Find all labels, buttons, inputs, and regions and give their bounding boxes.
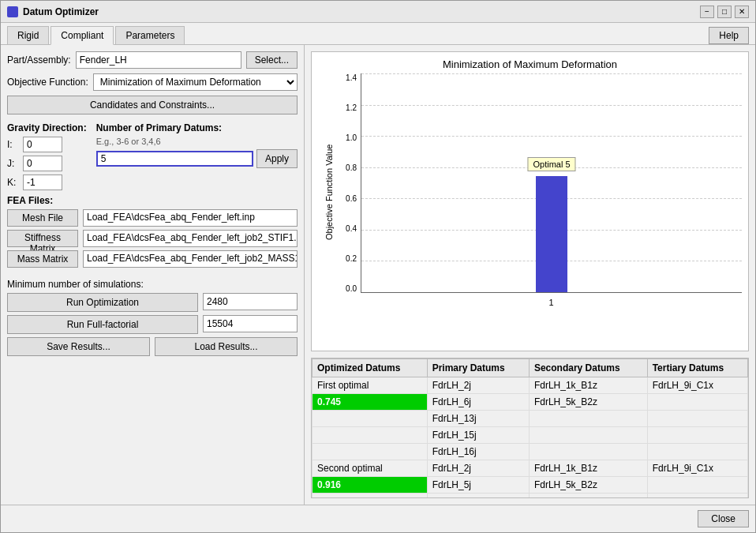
cell-optimized: 0.745 bbox=[313, 394, 428, 411]
run-optimization-button[interactable]: Run Optimization bbox=[7, 293, 198, 312]
col-tertiary: Tertiary Datums bbox=[647, 359, 747, 377]
gravity-j-label: J: bbox=[7, 158, 20, 169]
y-axis-labels: 1.4 1.2 1.0 0.8 0.6 0.4 0.2 0.0 bbox=[337, 73, 359, 293]
app-icon bbox=[7, 6, 18, 17]
chart-plot-area: Optimal 5 bbox=[361, 73, 742, 293]
gravity-k-label: K: bbox=[7, 177, 20, 188]
tab-compliant[interactable]: Compliant bbox=[51, 26, 114, 45]
x-axis-label: 1 bbox=[361, 298, 742, 307]
main-content: Part/Assembly: Select... Objective Funct… bbox=[1, 45, 755, 505]
y-tick-12: 1.2 bbox=[346, 103, 357, 112]
mesh-row: Mesh File Load_FEA\dcsFea_abq_Fender_lef… bbox=[7, 209, 298, 227]
primary-datums-input[interactable] bbox=[96, 151, 253, 167]
apply-button[interactable]: Apply bbox=[256, 149, 298, 168]
table-row: 0.916FdrLH_5jFdrLH_5k_B2z bbox=[313, 477, 748, 494]
gravity-i-input[interactable] bbox=[23, 137, 62, 152]
cell-primary: FdrLH_5j bbox=[427, 477, 529, 494]
y-tick-14: 1.4 bbox=[346, 73, 357, 82]
table-header-row: Optimized Datums Primary Datums Secondar… bbox=[313, 359, 748, 377]
cell-primary: FdrLH_6j bbox=[427, 394, 529, 411]
help-button[interactable]: Help bbox=[709, 27, 749, 44]
run-row: Run Optimization bbox=[7, 293, 298, 312]
results-table: Optimized Datums Primary Datums Secondar… bbox=[312, 358, 748, 497]
sim-count-input[interactable] bbox=[203, 293, 298, 310]
load-results-button[interactable]: Load Results... bbox=[155, 337, 298, 356]
table-row: FdrLH_13j bbox=[313, 411, 748, 427]
sim-label: Minimum number of simulations: bbox=[7, 279, 144, 290]
left-panel: Part/Assembly: Select... Objective Funct… bbox=[1, 45, 305, 505]
stiffness-matrix-button[interactable]: Stiffness Matrix bbox=[7, 230, 78, 247]
close-button-footer[interactable]: Close bbox=[698, 510, 749, 527]
cell-optimized bbox=[313, 411, 428, 427]
title-bar: Datum Optimizer − □ ✕ bbox=[1, 1, 755, 23]
cell-optimized: Second optimal bbox=[313, 460, 428, 477]
cell-primary: FdrLH_13j bbox=[427, 494, 529, 498]
chart-bar: Optimal 5 bbox=[536, 176, 567, 292]
fullfactorial-row: Run Full-factorial bbox=[7, 315, 298, 334]
mesh-file-value: Load_FEA\dcsFea_abq_Fender_left.inp bbox=[83, 209, 298, 227]
stiffness-row: Stiffness Matrix Load_FEA\dcsFea_abq_Fen… bbox=[7, 230, 298, 247]
table-row: FdrLH_13j bbox=[313, 494, 748, 498]
col-optimized: Optimized Datums bbox=[313, 359, 428, 377]
table-row: 0.745FdrLH_6jFdrLH_5k_B2z bbox=[313, 394, 748, 411]
chart-area: Minimization of Maximum Deformation Obje… bbox=[311, 51, 749, 351]
y-tick-06: 0.6 bbox=[346, 194, 357, 203]
fullfactorial-count-input[interactable] bbox=[203, 315, 298, 332]
tab-parameters[interactable]: Parameters bbox=[115, 26, 185, 44]
title-bar-controls: − □ ✕ bbox=[700, 6, 749, 18]
mesh-file-button[interactable]: Mesh File bbox=[7, 209, 78, 227]
run-fullfactorial-button[interactable]: Run Full-factorial bbox=[7, 315, 198, 334]
cell-secondary bbox=[529, 427, 647, 444]
select-button[interactable]: Select... bbox=[246, 51, 298, 69]
gravity-k-input[interactable] bbox=[23, 175, 62, 190]
table-row: Second optimalFdrLH_2jFdrLH_1k_B1zFdrLH_… bbox=[313, 460, 748, 477]
chart-title: Minimization of Maximum Deformation bbox=[318, 58, 742, 70]
part-input[interactable] bbox=[76, 51, 241, 69]
action-buttons: Run Optimization Run Full-factorial Save… bbox=[7, 293, 298, 356]
cell-optimized: 0.916 bbox=[313, 477, 428, 494]
col-secondary: Secondary Datums bbox=[529, 359, 647, 377]
cell-optimized bbox=[313, 494, 428, 498]
grid-line-10 bbox=[361, 136, 742, 137]
minimize-button[interactable]: − bbox=[700, 6, 714, 18]
gravity-col: Gravity Direction: I: J: K: bbox=[7, 122, 87, 190]
cell-tertiary bbox=[647, 394, 747, 411]
mass-file-value: Load_FEA\dcsFea_abq_Fender_left_job2_MAS… bbox=[83, 250, 298, 268]
cell-secondary bbox=[529, 411, 647, 427]
title-bar-left: Datum Optimizer bbox=[7, 6, 99, 17]
close-button[interactable]: ✕ bbox=[735, 6, 749, 18]
y-tick-00: 0.0 bbox=[346, 284, 357, 293]
cell-primary: FdrLH_15j bbox=[427, 427, 529, 444]
primary-title: Number of Primary Datums: bbox=[96, 122, 298, 133]
table-row: First optimalFdrLH_2jFdrLH_1k_B1zFdrLH_9… bbox=[313, 377, 748, 394]
cell-secondary bbox=[529, 494, 647, 498]
save-results-button[interactable]: Save Results... bbox=[7, 337, 150, 356]
y-tick-08: 0.8 bbox=[346, 163, 357, 172]
col-primary: Primary Datums bbox=[427, 359, 529, 377]
cell-primary: FdrLH_13j bbox=[427, 411, 529, 427]
maximize-button[interactable]: □ bbox=[717, 6, 732, 18]
tab-rigid[interactable]: Rigid bbox=[7, 26, 49, 44]
y-tick-02: 0.2 bbox=[346, 254, 357, 263]
y-axis-label: Objective Function Value bbox=[318, 73, 334, 310]
cell-tertiary bbox=[647, 477, 747, 494]
table-scroll[interactable]: Optimized Datums Primary Datums Secondar… bbox=[312, 358, 748, 497]
cell-secondary: FdrLH_1k_B1z bbox=[529, 377, 647, 394]
cell-primary: FdrLH_2j bbox=[427, 460, 529, 477]
objective-dropdown[interactable]: Minimization of Maximum Deformation bbox=[93, 73, 298, 91]
mass-matrix-button[interactable]: Mass Matrix bbox=[7, 250, 78, 268]
gravity-j-input[interactable] bbox=[23, 156, 62, 171]
save-load-row: Save Results... Load Results... bbox=[7, 337, 298, 356]
chart-container: Objective Function Value 1.4 1.2 1.0 0.8… bbox=[318, 73, 742, 310]
mass-row: Mass Matrix Load_FEA\dcsFea_abq_Fender_l… bbox=[7, 250, 298, 268]
window-title: Datum Optimizer bbox=[23, 6, 99, 17]
objective-row: Objective Function: Minimization of Maxi… bbox=[7, 73, 298, 91]
cell-secondary bbox=[529, 444, 647, 460]
cell-tertiary: FdrLH_9i_C1x bbox=[647, 460, 747, 477]
candidates-button[interactable]: Candidates and Constraints... bbox=[7, 96, 298, 114]
right-panel: Minimization of Maximum Deformation Obje… bbox=[305, 45, 755, 505]
primary-row: Apply bbox=[96, 149, 298, 168]
cell-secondary: FdrLH_5k_B2z bbox=[529, 477, 647, 494]
primary-col: Number of Primary Datums: E.g., 3-6 or 3… bbox=[96, 122, 298, 168]
gravity-j-row: J: bbox=[7, 156, 87, 171]
